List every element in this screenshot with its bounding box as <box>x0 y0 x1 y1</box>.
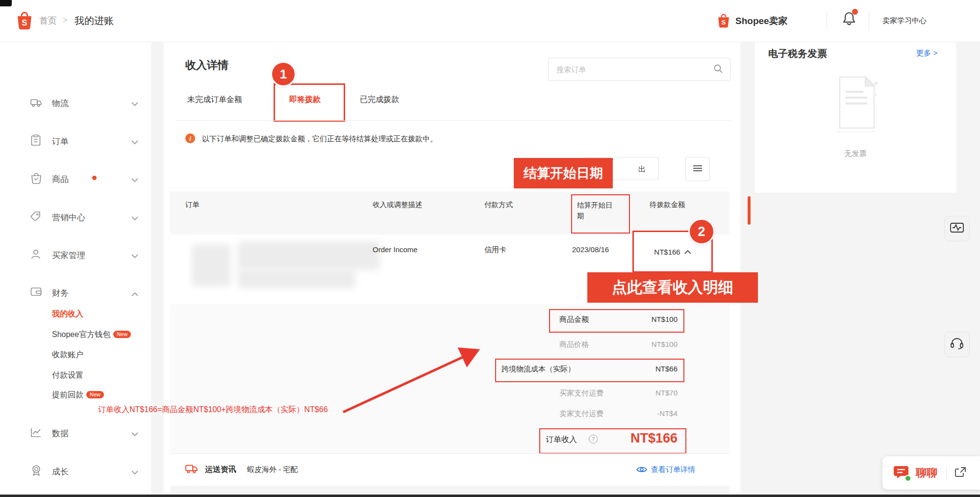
sidebar-item-logistics[interactable]: 物流 <box>0 96 151 110</box>
table-header-row: 订单 收入或调整描述 付款方式 结算开始日期 待拨款金额 <box>170 191 729 235</box>
search-icon[interactable] <box>713 64 723 76</box>
sidebar-item-label: 财务 <box>52 288 69 299</box>
sidebar-item-buyer-management[interactable]: 买家管理 <box>0 248 151 262</box>
sidebar-item-orders[interactable]: 订单 <box>0 134 151 149</box>
sidebar-item-data[interactable]: 数据 <box>0 426 151 441</box>
chevron-down-icon <box>131 176 138 184</box>
step-2-badge: 2 <box>688 218 715 245</box>
truck-icon <box>30 97 42 110</box>
chevron-down-icon <box>131 100 138 108</box>
callout-view-income-detail: 点此查看收入明细 <box>587 272 758 303</box>
sidebar-item-label: 订单 <box>52 136 69 147</box>
help-icon[interactable]: ? <box>589 435 598 444</box>
brand-name[interactable]: Shopee卖家 <box>735 15 788 27</box>
sidebar-item-label: 商品 <box>52 174 69 185</box>
notice-text: 以下订单和调整已确定拨款金额，它们正在等待结算处理或正在拨款中。 <box>202 134 437 144</box>
chat-widget[interactable]: 聊聊 <box>882 456 980 490</box>
tab-upcoming-payout[interactable]: 即将拨款 <box>289 95 321 105</box>
column-header-order: 订单 <box>185 199 200 210</box>
row-description: Order Income <box>373 245 418 254</box>
hamburger-icon <box>693 165 702 173</box>
breakdown-value: NT$100 <box>599 315 678 323</box>
bottom-screen-edge <box>0 495 980 497</box>
tabs-divider <box>176 120 730 121</box>
svg-text:S: S <box>22 18 27 27</box>
sidebar-subitem-my-income[interactable]: 我的收入 <box>52 309 83 319</box>
line-chart-icon <box>30 427 42 440</box>
callout-settlement-start-date: 结算开始日期 <box>514 158 613 188</box>
product-thumbnail-blurred <box>192 244 231 286</box>
empty-invoice-document-icon <box>833 73 880 134</box>
sidebar-item-label: 物流 <box>52 98 69 109</box>
breadcrumb-current: 我的进账 <box>75 14 114 27</box>
column-header-settlement-start-date: 结算开始日期 <box>577 200 619 221</box>
breakdown-label: 商品金额 <box>559 315 589 324</box>
new-badge: New <box>86 391 104 398</box>
breakdown-total-value: NT$166 <box>599 431 678 446</box>
more-link[interactable]: 更多 > <box>916 49 937 58</box>
step-1-badge: 1 <box>271 61 296 87</box>
column-header-pending-amount: 待拨款金额 <box>650 199 685 210</box>
shipping-truck-icon <box>185 463 198 476</box>
tag-icon <box>30 211 42 224</box>
breakdown-label: 买家支付运费 <box>559 389 603 398</box>
header-divider <box>827 11 827 30</box>
chevron-up-icon <box>684 247 691 256</box>
breakdown-value: NT$100 <box>599 340 678 348</box>
annotation-formula-text: 订单收入NT$166=商品金额NT$100+跨境物流成本（实际）NT$66 <box>98 405 328 415</box>
clipboard-icon <box>31 134 41 148</box>
top-header: S 首页 > 我的进账 S Shopee卖家 卖家学习中心 <box>0 0 980 42</box>
chevron-down-icon <box>131 252 138 261</box>
e-invoice-title: 电子税务发票 <box>768 47 827 60</box>
order-name-blurred <box>238 241 380 270</box>
chevron-down-icon <box>131 214 138 223</box>
breadcrumb-home[interactable]: 首页 <box>39 15 57 26</box>
support-headset-button[interactable] <box>944 332 970 357</box>
notifications-bell-icon[interactable] <box>842 11 856 28</box>
chevron-down-icon <box>131 468 138 477</box>
search-input[interactable] <box>555 65 713 74</box>
sidebar-subitem-label: 提前回款 <box>52 391 83 399</box>
notification-dot <box>92 176 97 180</box>
wallet-icon <box>30 287 42 299</box>
new-badge: New <box>113 331 131 338</box>
seller-learning-center-link[interactable]: 卖家学习中心 <box>882 16 927 26</box>
list-view-button[interactable] <box>685 157 710 181</box>
view-order-details-link[interactable]: 查看订单详情 <box>651 465 695 474</box>
order-id-blurred <box>238 269 355 288</box>
sidebar-item-marketing-center[interactable]: 营销中心 <box>0 210 151 225</box>
sidebar-subitem-shopee-wallet[interactable]: Shopee官方钱包New <box>52 330 131 340</box>
shopee-seller-logo-icon[interactable]: S <box>717 12 730 30</box>
user-icon <box>30 249 42 262</box>
performance-monitor-button[interactable] <box>944 216 970 241</box>
online-dot <box>905 475 911 482</box>
popout-icon[interactable] <box>955 467 966 479</box>
row-payment-method: 信用卡 <box>484 245 506 255</box>
income-details-panel: 收入详情 未完成订单金额 即将拨款 已完成拨款 1 i 以下订单和调整已确定拨款… <box>164 42 740 497</box>
sidebar-subitem-early-payout[interactable]: 提前回款New <box>52 390 104 400</box>
row-settlement-date: 2023/08/16 <box>572 245 609 254</box>
app-window: S 首页 > 我的进账 S Shopee卖家 卖家学习中心 <box>0 0 980 497</box>
sidebar-subitem-payment-settings[interactable]: 付款设置 <box>52 370 83 381</box>
info-icon: i <box>185 133 195 143</box>
tab-completed-payout[interactable]: 已完成拨款 <box>360 95 399 105</box>
column-header-payment-method: 付款方式 <box>484 199 513 210</box>
sidebar-subitem-receiving-account[interactable]: 收款账户 <box>52 350 83 360</box>
shopee-logo-icon[interactable]: S <box>16 10 33 32</box>
sidebar-item-finance[interactable]: 财务 <box>0 286 151 300</box>
notification-dot <box>852 9 858 15</box>
sidebar-item-growth[interactable]: 成长 <box>0 464 151 479</box>
column-header-description: 收入或调整描述 <box>373 199 423 210</box>
tab-unfinished-order-amount[interactable]: 未完成订单金额 <box>187 95 242 105</box>
order-search-box[interactable] <box>548 58 730 81</box>
header-divider-2 <box>869 11 869 30</box>
chevron-down-icon <box>131 138 138 147</box>
sidebar-item-products[interactable]: 商品 <box>0 172 151 186</box>
breakdown-value: -NT$4 <box>599 409 678 418</box>
shipping-info-label: 运送资讯 <box>205 465 236 475</box>
sidebar-subitem-label: Shopee官方钱包 <box>52 330 110 339</box>
sidebar-item-label: 成长 <box>52 466 69 477</box>
scrollbar-thumb[interactable] <box>748 196 751 225</box>
chevron-right-icon: > <box>933 49 937 57</box>
breakdown-label: 商品价格 <box>559 340 589 349</box>
